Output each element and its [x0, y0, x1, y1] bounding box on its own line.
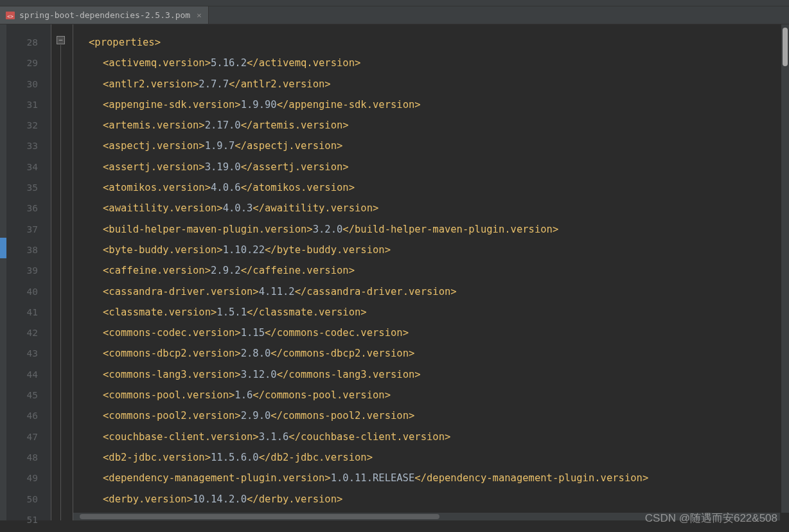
editor-tab[interactable]: <> spring-boot-dependencies-2.5.3.pom ×: [0, 6, 209, 24]
code-line: <awaitility.version>4.0.3</awaitility.ve…: [89, 198, 789, 218]
line-number: 31: [6, 94, 38, 115]
line-number: 38: [6, 240, 38, 260]
code-line: <commons-lang3.version>3.12.0</commons-l…: [89, 364, 789, 385]
line-number: 46: [6, 405, 38, 426]
code-line: <appengine-sdk.version>1.9.90</appengine…: [89, 94, 789, 115]
horizontal-scrollbar[interactable]: [73, 513, 780, 520]
editor-area: 2829303132333435363738394041424344454647…: [0, 24, 789, 520]
editor-tab-bar: <> spring-boot-dependencies-2.5.3.pom ×: [0, 6, 789, 24]
vertical-scrollbar[interactable]: [781, 24, 789, 513]
code-line: <properties>: [89, 32, 789, 53]
line-number: 33: [6, 136, 38, 156]
tab-filename: spring-boot-dependencies-2.5.3.pom: [19, 10, 190, 20]
line-number: 34: [6, 157, 38, 177]
horizontal-scroll-thumb[interactable]: [80, 514, 439, 519]
line-number: 32: [6, 115, 38, 136]
code-line: <classmate.version>1.5.1</classmate.vers…: [89, 302, 789, 323]
code-line: <artemis.version>2.17.0</artemis.version…: [89, 115, 789, 136]
code-line: <db2-jdbc.version>11.5.6.0</db2-jdbc.ver…: [89, 447, 789, 468]
line-number: 39: [6, 260, 38, 281]
line-number: 51: [6, 510, 38, 530]
code-line: <aspectj.version>1.9.7</aspectj.version>: [89, 136, 789, 156]
code-line: <commons-codec.version>1.15</commons-cod…: [89, 323, 789, 343]
line-number: 36: [6, 198, 38, 218]
line-number: 35: [6, 177, 38, 198]
code-line: <caffeine.version>2.9.2</caffeine.versio…: [89, 260, 789, 281]
code-line: <commons-pool.version>1.6</commons-pool.…: [89, 385, 789, 405]
line-number: 48: [6, 447, 38, 468]
code-line: <antlr2.version>2.7.7</antlr2.version>: [89, 74, 789, 94]
code-line: <derby.version>10.14.2.0</derby.version>: [89, 489, 789, 510]
left-margin: [0, 24, 6, 520]
line-number: 29: [6, 53, 38, 73]
line-number: 43: [6, 343, 38, 364]
vertical-scroll-thumb[interactable]: [783, 28, 788, 66]
code-line: <cassandra-driver.version>4.11.2</cassan…: [89, 281, 789, 302]
code-line: <build-helper-maven-plugin.version>3.2.0…: [89, 219, 789, 240]
code-line: <activemq.version>5.16.2</activemq.versi…: [89, 53, 789, 73]
line-number: 37: [6, 219, 38, 240]
line-number: 42: [6, 323, 38, 343]
xml-file-icon: <>: [5, 10, 15, 21]
line-number: 28: [6, 32, 38, 53]
close-icon[interactable]: ×: [197, 10, 202, 20]
code-line: <atomikos.version>4.0.6</atomikos.versio…: [89, 177, 789, 198]
line-number: 40: [6, 281, 38, 302]
code-line: <byte-buddy.version>1.10.22</byte-buddy.…: [89, 240, 789, 260]
fold-column[interactable]: −: [51, 24, 73, 520]
bookmark-marker[interactable]: [0, 238, 6, 258]
line-number: 44: [6, 364, 38, 385]
line-number: 47: [6, 427, 38, 447]
svg-text:<>: <>: [7, 13, 13, 19]
line-number: 49: [6, 468, 38, 488]
code-content[interactable]: <properties><activemq.version>5.16.2</ac…: [73, 24, 789, 520]
code-line: <commons-dbcp2.version>2.8.0</commons-db…: [89, 343, 789, 364]
line-number: 50: [6, 489, 38, 510]
fold-toggle-icon[interactable]: −: [57, 36, 65, 44]
code-line: <couchbase-client.version>3.1.6</couchba…: [89, 427, 789, 447]
code-line: <commons-pool2.version>2.9.0</commons-po…: [89, 405, 789, 426]
code-line: <dependency-management-plugin.version>1.…: [89, 468, 789, 488]
line-number: 45: [6, 385, 38, 405]
line-number-gutter[interactable]: 2829303132333435363738394041424344454647…: [6, 24, 51, 520]
bottom-strip: [0, 520, 789, 532]
title-bar-strip: [0, 0, 789, 6]
line-number: 41: [6, 302, 38, 323]
fold-guide: [60, 45, 61, 520]
line-number: 30: [6, 74, 38, 94]
code-line: <assertj.version>3.19.0</assertj.version…: [89, 157, 789, 177]
